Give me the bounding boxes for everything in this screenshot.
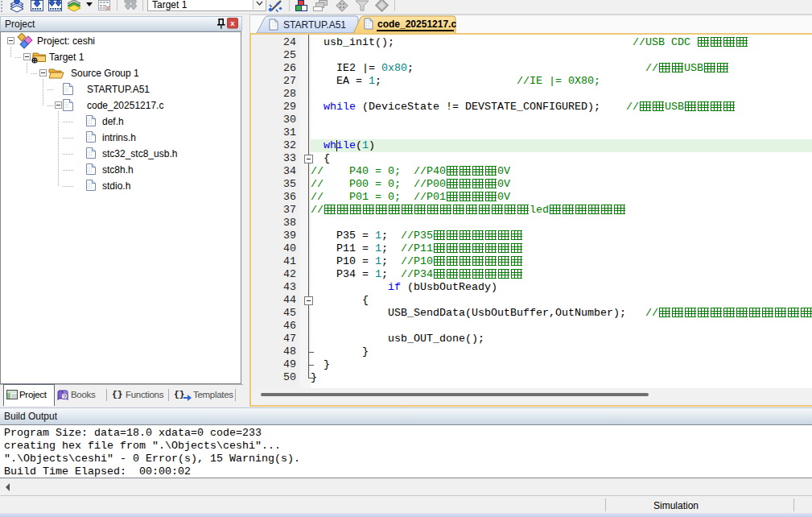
svg-text:x: x (230, 19, 235, 27)
svg-text:code_20251217.c: code_20251217.c (377, 19, 456, 30)
svg-text:STARTUP.A51: STARTUP.A51 (283, 19, 346, 31)
svg-text:?: ? (63, 393, 66, 400)
